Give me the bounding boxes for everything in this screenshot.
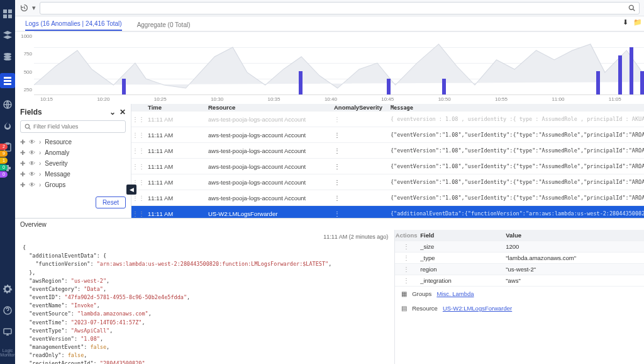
nav-rail: 2 9 1 0 0 LogicMonitor <box>0 0 15 364</box>
caret-right-icon[interactable]: › <box>39 149 41 156</box>
groups-link[interactable]: Misc. Lambda <box>436 290 474 297</box>
kv-value: "lambda.amazonaws.com" <box>506 254 644 261</box>
caret-right-icon[interactable]: › <box>39 181 41 188</box>
field-row[interactable]: ✚👁›Resource <box>15 137 131 147</box>
badge-warn[interactable]: 1 <box>0 157 8 164</box>
svg-rect-7 <box>4 77 11 79</box>
field-label: Message <box>45 171 70 178</box>
fields-panel: Fields ⌄ ✕ ✚👁›Resource✚👁›Anomaly✚👁›Sever… <box>15 104 131 218</box>
eye-icon[interactable]: 👁 <box>29 160 35 167</box>
field-row[interactable]: ✚👁›Severity <box>15 158 131 169</box>
row-actions-icon[interactable]: ⋮ <box>395 266 418 273</box>
chevron-down-icon[interactable]: ⌄ <box>109 108 116 117</box>
detail-json[interactable]: { "additionalEventData": { "functionVers… <box>15 244 394 364</box>
table-row[interactable]: ⋮⋮11:11 AMaws-test-pooja-logs-account Ac… <box>131 143 644 159</box>
caret-right-icon[interactable]: › <box>39 160 41 167</box>
badge-info[interactable]: 0 <box>0 171 8 178</box>
help-icon[interactable] <box>3 305 13 316</box>
chevron-down-icon[interactable]: ▾ <box>32 4 36 12</box>
logs-icon[interactable] <box>0 73 15 88</box>
cell-time: 11:11 AM <box>145 179 208 186</box>
eye-icon[interactable]: 👁 <box>29 171 35 178</box>
drag-handle-icon[interactable]: ⋮⋮ <box>131 163 145 170</box>
row-actions-icon[interactable]: ⋮ <box>395 254 418 261</box>
resource-link[interactable]: US-W2:LMLogsForwarder <box>443 305 512 312</box>
cell-time: 11:11 AM <box>145 163 208 170</box>
chart-body[interactable] <box>34 31 644 95</box>
drag-handle-icon[interactable]: ⋮⋮ <box>131 210 145 217</box>
drag-handle-icon[interactable]: ⋮⋮ <box>131 147 145 154</box>
field-row[interactable]: ✚👁›Groups <box>15 179 131 190</box>
cell-anomaly[interactable]: ⋮ <box>334 179 359 186</box>
drag-handle-icon[interactable]: ⋮⋮ <box>131 195 145 202</box>
eye-icon[interactable]: 👁 <box>29 139 35 145</box>
tab-logs[interactable]: Logs (16 Anomalies | 24,416 Total) <box>25 20 122 31</box>
tabs: Logs (16 Anomalies | 24,416 Total) Aggre… <box>15 16 644 31</box>
row-actions-icon[interactable]: ⋮ <box>395 243 418 250</box>
row-actions-icon[interactable]: ⋮ <box>395 277 418 284</box>
fields-title: Fields <box>20 108 42 117</box>
table-row[interactable]: ⋮⋮11:11 AMaws-test-pooja-logs-account Ac… <box>131 127 644 143</box>
cell-anomaly[interactable]: ⋮ <box>334 210 359 217</box>
detail-panel: Overview ⌄ ⌃ ✕ 11:11 AM (2 minutes ago) … <box>15 218 644 364</box>
plus-icon[interactable]: ✚ <box>20 181 25 188</box>
gear-icon[interactable] <box>3 284 13 294</box>
svg-rect-1 <box>8 9 12 13</box>
caret-right-icon[interactable]: › <box>39 171 41 178</box>
cell-time: 11:11 AM <box>145 147 208 154</box>
drag-handle-icon[interactable]: ⋮⋮ <box>131 116 145 123</box>
svg-rect-0 <box>3 9 7 13</box>
table-row[interactable]: ⋮⋮11:11 AMaws-test-pooja-logs-account Ac… <box>131 174 644 190</box>
groups-icon: ▦ <box>401 290 407 297</box>
field-row[interactable]: ✚👁›Anomaly <box>15 147 131 158</box>
field-label: Groups <box>45 181 65 188</box>
cell-anomaly[interactable]: ⋮ <box>334 116 359 123</box>
flame-icon[interactable] <box>3 121 13 131</box>
plus-icon[interactable]: ✚ <box>20 171 25 178</box>
table-row[interactable]: ⋮⋮11:11 AMaws-test-pooja-logs-account Ac… <box>131 190 644 206</box>
cell-anomaly[interactable]: ⋮ <box>334 147 359 154</box>
collapse-fields-icon[interactable]: ◀ <box>126 185 136 195</box>
cell-message: {"eventVersion":"1.08","userIdentity":{"… <box>391 195 644 201</box>
table-row[interactable]: ⋮⋮11:11 AMaws-test-pooja-logs-account Ac… <box>131 159 644 174</box>
field-row[interactable]: ✚👁›Message <box>15 169 131 179</box>
plus-icon[interactable]: ✚ <box>20 139 25 145</box>
badge-ok[interactable]: 0 <box>0 164 8 171</box>
tab-aggregate[interactable]: Aggregate (0 Total) <box>137 21 191 31</box>
cell-time: 11:11 AM <box>145 132 208 139</box>
search-input[interactable] <box>44 3 628 14</box>
table-row[interactable]: ⋮⋮11:11 AMaws-test-pooja-logs-account Ac… <box>131 111 644 127</box>
layers-icon[interactable] <box>3 30 13 40</box>
globe-icon[interactable] <box>3 100 13 110</box>
alert-badge-stack: 2 9 1 0 0 <box>0 144 8 178</box>
download-icon[interactable]: ⬇ <box>623 18 628 26</box>
x-axis: 10:1510:2010:2510:3010:3510:4010:4510:50… <box>34 95 644 104</box>
cell-message: {"eventVersion":"1.08","userIdentity":{"… <box>391 132 644 138</box>
eye-icon[interactable]: 👁 <box>29 181 35 188</box>
drag-handle-icon[interactable]: ⋮⋮ <box>131 132 145 139</box>
plus-icon[interactable]: ✚ <box>20 149 25 156</box>
badge-critical[interactable]: 2 <box>0 144 8 150</box>
dashboard-icon[interactable] <box>3 9 13 19</box>
folder-icon[interactable]: 📁 <box>633 18 642 26</box>
history-icon[interactable] <box>20 4 28 12</box>
eye-icon[interactable]: 👁 <box>29 149 35 156</box>
stack-icon[interactable] <box>3 52 13 62</box>
table-row[interactable]: ⋮⋮11:11 AMUS-W2:LMLogsForwarder⋮{"additi… <box>131 206 644 218</box>
kv-value: "us-west-2" <box>506 266 644 273</box>
cell-resource: aws-test-pooja-logs-account Account <box>208 116 334 123</box>
cell-time: 11:11 AM <box>145 116 208 123</box>
kv-field: _integration <box>418 277 506 284</box>
cell-anomaly[interactable]: ⋮ <box>334 195 359 202</box>
badge-error[interactable]: 9 <box>0 151 8 157</box>
close-icon[interactable]: ✕ <box>119 108 126 117</box>
plus-icon[interactable]: ✚ <box>20 160 25 167</box>
cell-anomaly[interactable]: ⋮ <box>334 132 359 139</box>
cell-anomaly[interactable]: ⋮ <box>334 163 359 170</box>
search-icon[interactable] <box>628 4 635 11</box>
fields-filter-input[interactable] <box>33 123 121 130</box>
monitor-icon[interactable] <box>3 327 13 337</box>
caret-right-icon[interactable]: › <box>39 139 41 145</box>
cell-resource: aws-test-pooja-logs-account Account <box>208 179 334 186</box>
reset-button[interactable]: Reset <box>96 196 126 208</box>
